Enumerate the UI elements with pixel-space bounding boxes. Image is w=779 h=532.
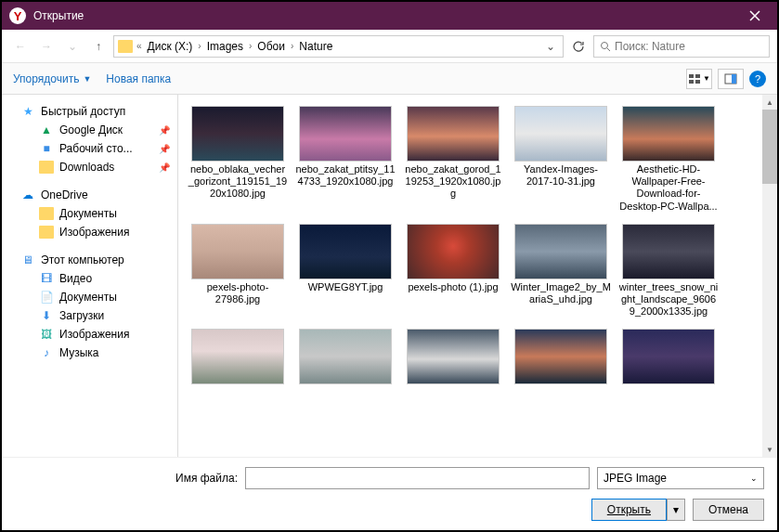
svg-point-0 [602, 42, 608, 48]
svg-rect-1 [689, 74, 694, 78]
doc-icon: 📄 [39, 291, 54, 304]
refresh-button[interactable] [567, 35, 590, 58]
sidebar-dl[interactable]: ⬇ Загрузки [2, 306, 177, 325]
thumbnail [514, 106, 607, 162]
breadcrumb[interactable]: « Диск (X:) › Images › Обои › Nature ⌄ [113, 35, 564, 58]
svg-rect-6 [732, 74, 736, 84]
thumbnail [191, 106, 284, 162]
scrollbar[interactable]: ▲ ▼ [762, 95, 777, 457]
new-folder-button[interactable]: Новая папка [106, 72, 171, 85]
thumbnail [514, 329, 607, 384]
sidebar-music[interactable]: ♪ Музыка [2, 344, 177, 362]
scroll-track[interactable] [762, 110, 777, 442]
breadcrumb-expand[interactable]: ⌄ [542, 40, 559, 53]
sidebar-onedrive[interactable]: ☁ OneDrive [2, 186, 177, 204]
svg-rect-2 [695, 74, 700, 78]
folder-icon [39, 226, 54, 239]
app-icon: Y [9, 7, 26, 24]
chevron-down-icon: ⌄ [750, 474, 758, 483]
file-item[interactable] [293, 327, 397, 388]
file-grid: nebo_oblaka_vecher_gorizont_119151_1920x… [178, 95, 762, 457]
pin-icon: 📌 [159, 162, 170, 173]
recent-dropdown[interactable]: ⌄ [61, 35, 84, 58]
onedrive-icon: ☁ [20, 188, 35, 201]
svg-rect-3 [689, 80, 694, 84]
filename-input[interactable] [245, 467, 590, 489]
open-button[interactable]: Открыть [591, 499, 667, 521]
file-item[interactable]: pexels-photo (1).jpg [401, 222, 505, 320]
gdrive-icon: ▲ [39, 123, 54, 136]
sidebar-desktop[interactable]: ■ Рабочий сто... 📌 [2, 139, 177, 158]
sidebar-gdrive[interactable]: ▲ Google Диск 📌 [2, 121, 177, 139]
file-item[interactable] [401, 327, 505, 388]
scroll-down[interactable]: ▼ [762, 442, 777, 457]
crumb-nature[interactable]: Nature [297, 40, 334, 53]
file-name: pexels-photo (1).jpg [408, 281, 498, 293]
toolbar: Упорядочить▼ Новая папка ▼ ? [2, 63, 777, 95]
file-item[interactable]: Yandex-Images-2017-10-31.jpg [509, 104, 613, 214]
sidebar-thispc[interactable]: 🖥 Этот компьютер [2, 251, 177, 269]
file-item[interactable]: nebo_zakat_ptitsy_114733_1920x1080.jpg [293, 104, 397, 214]
file-name: nebo_zakat_ptitsy_114733_1920x1080.jpg [295, 163, 396, 188]
file-item[interactable]: nebo_zakat_gorod_119253_1920x1080.jpg [401, 104, 505, 214]
file-name: Winter_Image2_by_MariaS_uhd.jpg [511, 281, 611, 305]
file-name: Yandex-Images-2017-10-31.jpg [511, 163, 611, 188]
file-item[interactable] [509, 327, 613, 388]
file-item[interactable]: WPWEG8YT.jpg [293, 222, 397, 320]
sidebar-quickaccess[interactable]: ★ Быстрый доступ [2, 102, 177, 121]
forward-button[interactable]: → [35, 35, 58, 58]
filetype-select[interactable]: JPEG Image ⌄ [597, 467, 764, 489]
sidebar-downloads[interactable]: Downloads 📌 [2, 158, 177, 176]
file-name: nebo_oblaka_vecher_gorizont_119151_1920x… [188, 163, 288, 201]
file-item[interactable] [186, 327, 290, 388]
sidebar-pics[interactable]: 🖼 Изображения [2, 325, 177, 344]
content-area: nebo_oblaka_vecher_gorizont_119151_1920x… [178, 95, 777, 457]
sidebar-video[interactable]: 🎞 Видео [2, 269, 177, 288]
preview-pane-button[interactable] [718, 69, 744, 89]
file-item[interactable] [617, 327, 721, 388]
pc-icon: 🖥 [20, 253, 35, 266]
scroll-up[interactable]: ▲ [762, 95, 777, 110]
body: ★ Быстрый доступ ▲ Google Диск 📌 ■ Рабоч… [2, 95, 777, 457]
sidebar-docs[interactable]: 📄 Документы [2, 288, 177, 306]
file-item[interactable]: winter_trees_snow_night_landscape_96069_… [617, 222, 721, 320]
folder-icon [39, 207, 54, 220]
video-icon: 🎞 [39, 272, 54, 285]
pin-icon: 📌 [159, 125, 170, 136]
footer: Имя файла: JPEG Image ⌄ Открыть ▾ Отмена [2, 457, 777, 530]
crumb-images[interactable]: Images [205, 40, 245, 53]
thumbnail [622, 224, 715, 279]
folder-icon [39, 161, 54, 174]
back-button[interactable]: ← [9, 35, 32, 58]
star-icon: ★ [20, 105, 35, 118]
close-button[interactable] [736, 2, 773, 30]
sidebar: ★ Быстрый доступ ▲ Google Диск 📌 ■ Рабоч… [2, 95, 178, 457]
crumb-oboi[interactable]: Обои [255, 40, 287, 53]
file-item[interactable]: pexels-photo-27986.jpg [186, 222, 290, 320]
open-dropdown[interactable]: ▾ [667, 499, 685, 521]
download-icon: ⬇ [39, 309, 54, 322]
scroll-thumb[interactable] [762, 110, 777, 184]
help-button[interactable]: ? [749, 71, 766, 87]
file-name: Aesthetic-HD-Wallpaper-Free-Download-for… [618, 163, 719, 213]
filename-label: Имя файла: [15, 472, 238, 485]
file-item[interactable]: nebo_oblaka_vecher_gorizont_119151_1920x… [186, 104, 290, 214]
thumbnail [299, 224, 392, 279]
up-button[interactable]: ↑ [87, 35, 110, 58]
cancel-button[interactable]: Отмена [693, 499, 764, 521]
search-input[interactable]: Поиск: Nature [593, 35, 770, 58]
thumbnail [299, 106, 392, 162]
file-item[interactable]: Winter_Image2_by_MariaS_uhd.jpg [509, 222, 613, 320]
thumbnail [514, 224, 607, 279]
file-item[interactable]: Aesthetic-HD-Wallpaper-Free-Download-for… [617, 104, 721, 214]
crumb-drive[interactable]: Диск (X:) [146, 40, 195, 53]
view-mode-button[interactable]: ▼ [686, 69, 712, 89]
thumbnail [191, 224, 284, 279]
organize-menu[interactable]: Упорядочить▼ [13, 72, 91, 85]
file-name: pexels-photo-27986.jpg [188, 281, 288, 305]
sidebar-od-pics[interactable]: Изображения [2, 223, 177, 241]
sidebar-od-docs[interactable]: Документы [2, 204, 177, 223]
music-icon: ♪ [39, 346, 54, 359]
file-name: WPWEG8YT.jpg [308, 281, 383, 293]
thumbnail [191, 329, 284, 384]
